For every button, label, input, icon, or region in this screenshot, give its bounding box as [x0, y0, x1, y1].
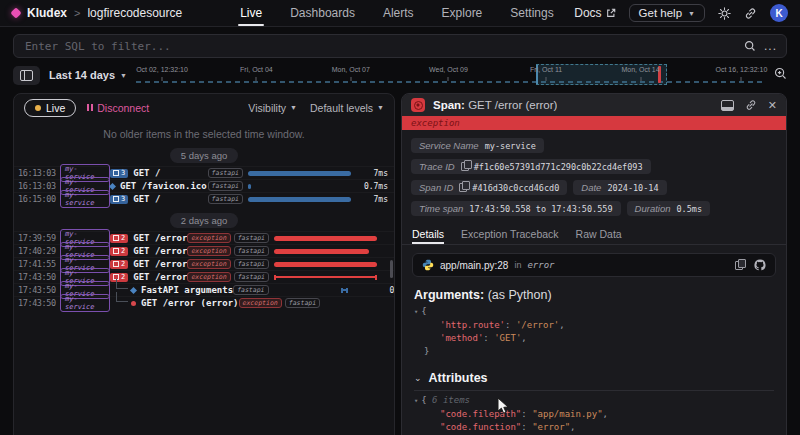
source-file-path[interactable]: app/main.py:28	[440, 260, 508, 271]
nav-tab-settings[interactable]: Settings	[508, 0, 555, 26]
badge-label: Service Name	[419, 140, 479, 151]
badge-value: 0.5ms	[677, 204, 703, 214]
tag-fastapi[interactable]: fastapi	[208, 168, 243, 178]
row-duration: 0.3ms	[380, 286, 395, 295]
span-count-badge[interactable]: 3	[110, 195, 128, 204]
dock-panel-icon[interactable]	[721, 100, 734, 111]
arguments-code-block: ▾{'http.route': '/error','method': 'GET'…	[414, 305, 774, 358]
default-levels-dropdown[interactable]: Default levels ▼	[310, 102, 384, 114]
time-range-dropdown[interactable]: Last 14 days ▼	[49, 69, 127, 81]
timeline-tick-mark	[546, 77, 547, 81]
github-icon[interactable]	[754, 259, 766, 271]
theme-toggle-button[interactable]	[718, 7, 731, 20]
metadata-badge-date: Date2024-10-14	[573, 180, 666, 195]
user-avatar[interactable]: K	[770, 4, 788, 22]
collapse-arrow-icon[interactable]: ▾	[414, 397, 418, 405]
timeline-track[interactable]: Oct 02, 12:32:10Fri, Oct 04Mon, Oct 07We…	[136, 64, 787, 86]
duration-bar-track	[248, 170, 354, 177]
code-line: ▾{ 6 items	[414, 394, 774, 408]
tab-exception-traceback[interactable]: Exception Traceback	[461, 223, 558, 244]
span-details-header: Span: GET /error (error) ✕	[402, 94, 786, 116]
attributes-section-toggle[interactable]: ⌄ Attributes	[414, 371, 774, 391]
tab-raw-data[interactable]: Raw Data	[576, 223, 622, 244]
duration-bar-track	[274, 261, 380, 268]
tag-fastapi[interactable]: fastapi	[234, 272, 269, 282]
row-tags: exceptionfastapi	[187, 233, 269, 243]
tab-details[interactable]: Details	[412, 223, 444, 244]
row-timestamp: 17:43:50	[18, 285, 60, 295]
tag-exception[interactable]: exception	[187, 246, 230, 256]
live-button[interactable]: Live	[24, 99, 76, 117]
tag-exception[interactable]: exception	[187, 272, 230, 282]
visibility-dropdown[interactable]: Visibility ▼	[248, 102, 297, 114]
search-icon[interactable]	[744, 40, 756, 52]
code-token: "app/main.py"	[532, 409, 602, 419]
sql-filter-input[interactable]	[23, 39, 736, 54]
share-link-button[interactable]	[744, 7, 757, 20]
row-duration: 0.7ms	[354, 182, 388, 191]
duration-bar-track	[248, 196, 354, 203]
row-tags: exceptionfastapi	[187, 272, 269, 282]
copy-link-icon[interactable]	[745, 99, 757, 111]
sidebar-toggle-button[interactable]	[13, 66, 40, 85]
close-icon[interactable]: ✕	[768, 100, 777, 111]
row-timestamp: 16:13:03	[18, 181, 60, 191]
nav-tab-live[interactable]: Live	[238, 0, 264, 26]
metadata-badge-span-id: Span ID#416d30c0ccd46cd0	[411, 180, 567, 195]
attributes-heading: Attributes	[429, 371, 488, 385]
logfire-logo-icon[interactable]	[10, 7, 21, 18]
tag-exception[interactable]: exception	[187, 259, 230, 269]
more-options-button[interactable]: ...	[764, 43, 777, 49]
live-status-dot	[35, 105, 41, 111]
service-tag[interactable]: my-service	[60, 294, 110, 313]
copy-icon[interactable]	[735, 261, 743, 270]
top-navbar: Kludex > logfirecodesource LiveDashboard…	[0, 0, 800, 27]
copy-icon[interactable]	[459, 183, 467, 192]
get-help-button[interactable]: Get help ▼	[629, 4, 705, 22]
span-count-badge[interactable]: 2	[110, 234, 128, 243]
service-tag[interactable]: my-service	[60, 190, 110, 209]
tag-fastapi[interactable]: fastapi	[208, 194, 243, 204]
timeline-tick-label: Mon, Oct 14	[621, 66, 659, 73]
tag-fastapi[interactable]: fastapi	[234, 259, 269, 269]
tag-fastapi[interactable]: fastapi	[234, 246, 269, 256]
code-token: :	[521, 409, 532, 419]
project-name[interactable]: logfirecodesource	[87, 6, 182, 20]
tag-exception[interactable]: exception	[239, 298, 282, 308]
timeline-tick-mark	[350, 77, 351, 81]
attributes-code-block: ▾{ 6 items"code.filepath": "app/main.py"…	[414, 394, 774, 435]
span-count-badge[interactable]: 2	[110, 260, 128, 269]
row-timestamp: 17:43:50	[18, 298, 60, 308]
scrollbar-thumb[interactable]	[390, 260, 393, 278]
magnifier-plus-icon	[774, 67, 787, 80]
collapse-arrow-icon[interactable]: ▾	[414, 308, 418, 316]
main-nav: LiveDashboardsAlertsExploreSettings	[238, 0, 555, 26]
tag-exception[interactable]: exception	[187, 233, 230, 243]
nav-tab-alerts[interactable]: Alerts	[381, 0, 416, 26]
timeline-zoom-in-button[interactable]	[774, 66, 787, 84]
span-count-badge[interactable]: 2	[110, 247, 128, 256]
metadata-badge-trace-id: Trace ID#f1c60e57391d771c290c0b22cd4ef09…	[411, 159, 651, 174]
tag-fastapi[interactable]: fastapi	[208, 181, 243, 191]
span-count-badge[interactable]: 3	[110, 169, 128, 178]
org-name[interactable]: Kludex	[27, 6, 67, 20]
diamond-marker-icon	[130, 286, 137, 293]
span-title: Span: GET /error (error)	[433, 99, 557, 111]
tag-fastapi[interactable]: fastapi	[285, 298, 320, 308]
source-function-name: error	[527, 260, 554, 270]
tag-fastapi[interactable]: fastapi	[233, 285, 268, 295]
nav-tab-dashboards[interactable]: Dashboards	[288, 0, 357, 26]
copy-icon[interactable]	[461, 162, 469, 171]
docs-link[interactable]: Docs	[574, 6, 615, 20]
nav-tab-explore[interactable]: Explore	[440, 0, 485, 26]
trace-row[interactable]: 17:43:50my-serviceGET /error (error)exce…	[14, 296, 394, 309]
duration-bar-track	[274, 235, 380, 242]
nested-spans-icon	[113, 170, 119, 176]
timeline-tick-mark	[162, 77, 163, 81]
trace-row[interactable]: 16:15:00my-service3GET /fastapi7ms	[14, 192, 394, 205]
panel-left-icon	[20, 70, 33, 81]
disconnect-button[interactable]: Disconnect	[87, 102, 149, 114]
day-divider-pill: 5 days ago	[170, 148, 238, 163]
chevron-down-icon: ▼	[290, 104, 297, 111]
tag-fastapi[interactable]: fastapi	[234, 233, 269, 243]
